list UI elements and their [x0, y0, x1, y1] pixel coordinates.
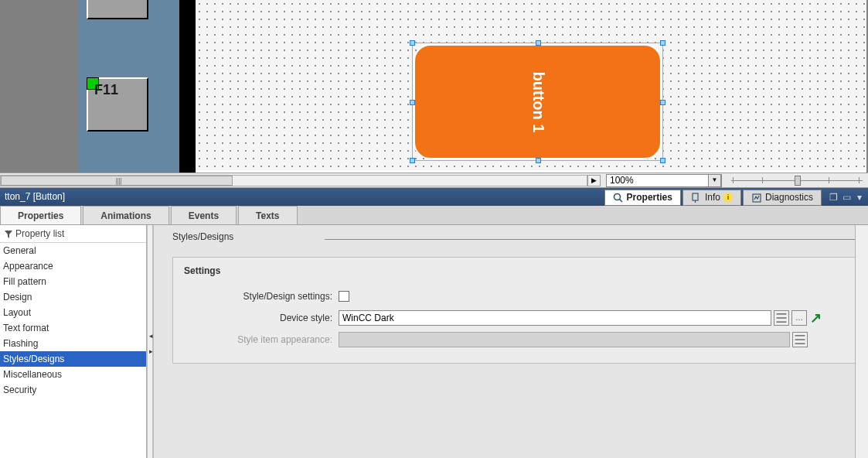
h-scrollbar-right-button[interactable]: ▶: [587, 175, 601, 186]
resize-handle-bl[interactable]: [410, 158, 415, 163]
zoom-slider[interactable]: [731, 176, 863, 186]
label-device-style: Device style:: [184, 313, 339, 323]
inspector-panel-tabs: Properties Info i Diagnostics ❐ ▭ ▾: [604, 188, 865, 206]
subtab-events[interactable]: Events: [171, 206, 237, 224]
subtab-properties[interactable]: Properties: [0, 206, 81, 224]
svg-line-1: [619, 200, 622, 203]
row-device-style: Device style: WinCC Dark … ↗: [184, 307, 846, 329]
magnifier-icon: [613, 192, 624, 203]
design-canvas[interactable]: F9 F11 button 1: [0, 0, 868, 173]
label-style-design-settings: Style/Design settings:: [184, 291, 339, 302]
zoom-value-field[interactable]: 100%: [606, 174, 722, 187]
panel-tab-diagnostics-label: Diagnostics: [765, 189, 813, 207]
settings-group-title: Settings: [184, 265, 846, 276]
property-item-text-format[interactable]: Text format: [0, 320, 146, 336]
zoom-tick: [733, 177, 734, 183]
panel-tab-info-label: Info: [705, 189, 720, 207]
input-style-item-appearance: [339, 332, 790, 347]
filter-icon: [5, 230, 12, 238]
property-item-design[interactable]: Design: [0, 289, 146, 305]
selected-object-label: tton_7 [Button]: [5, 191, 65, 202]
h-scrollbar-thumb[interactable]: [1, 176, 233, 186]
zoom-dropdown-button[interactable]: ▼: [708, 174, 721, 187]
orange-button-label: button 1: [529, 71, 546, 132]
zoom-tick: [859, 177, 859, 183]
device-style-browse-button[interactable]: …: [791, 310, 807, 326]
svg-rect-2: [693, 193, 698, 200]
info-pin-icon: [691, 192, 702, 203]
label-style-item-appearance: Style item appearance:: [184, 334, 339, 345]
canvas-black-strip: [179, 0, 196, 173]
resize-handle-mr[interactable]: [660, 100, 665, 105]
zoom-tick: [829, 177, 829, 183]
canvas-footer-bar: ▶ 100% ▼: [0, 173, 868, 188]
detail-pane-v-scrollbar[interactable]: [855, 225, 868, 458]
property-item-styles-designs[interactable]: Styles/Designs: [0, 351, 146, 367]
collapse-window-icon[interactable]: ▾: [854, 192, 865, 203]
property-item-general[interactable]: General: [0, 243, 146, 258]
resize-handle-tl[interactable]: [410, 40, 415, 46]
selected-object[interactable]: button 1: [412, 43, 663, 161]
subtab-texts[interactable]: Texts: [238, 206, 297, 224]
panel-tab-diagnostics[interactable]: Diagnostics: [743, 190, 822, 206]
resize-handle-tr[interactable]: [660, 40, 665, 46]
inspector-body: Property list GeneralAppearanceFill patt…: [0, 225, 868, 458]
splitter[interactable]: ◂ ▸: [147, 225, 153, 458]
property-item-appearance[interactable]: Appearance: [0, 258, 146, 274]
property-detail-pane: Styles/Designs Settings Style/Design set…: [153, 225, 868, 458]
property-item-security[interactable]: Security: [0, 382, 146, 398]
key-f9[interactable]: F9: [87, 0, 148, 19]
orange-button[interactable]: button 1: [414, 44, 662, 159]
section-title: Styles/Designs: [172, 231, 233, 242]
info-badge-icon: i: [723, 193, 733, 202]
inspector-subtabs: Properties Animations Events Texts: [0, 206, 868, 225]
device-style-goto-icon[interactable]: ↗: [810, 310, 822, 326]
row-style-design-settings: Style/Design settings:: [184, 285, 846, 307]
section-rule: [325, 239, 863, 240]
zoom-slider-knob[interactable]: [795, 176, 801, 186]
resize-handle-ml[interactable]: [410, 100, 415, 105]
inspector-title-bar: tton_7 [Button] Properties Info i Diagno…: [0, 188, 868, 206]
row-style-item-appearance: Style item appearance:: [184, 329, 846, 350]
subtab-animations[interactable]: Animations: [83, 206, 168, 224]
key-f11[interactable]: F11: [87, 77, 148, 132]
device-style-list-button[interactable]: [774, 310, 789, 326]
property-item-miscellaneous[interactable]: Miscellaneous: [0, 367, 146, 382]
panel-tab-properties[interactable]: Properties: [604, 190, 681, 206]
restore-window-icon[interactable]: ❐: [828, 192, 839, 203]
h-scrollbar[interactable]: [0, 175, 587, 186]
style-item-appearance-list-button[interactable]: [792, 332, 808, 347]
maximize-window-icon[interactable]: ▭: [841, 192, 852, 203]
diagnostics-icon: [751, 192, 762, 203]
key-f11-label: F11: [94, 82, 118, 98]
resize-handle-bm[interactable]: [536, 158, 541, 163]
property-list-header[interactable]: Property list: [0, 225, 146, 243]
panel-tab-properties-label: Properties: [627, 189, 672, 207]
settings-group: Settings Style/Design settings: Device s…: [172, 257, 857, 364]
input-device-style[interactable]: WinCC Dark: [339, 310, 771, 326]
checkbox-style-design-settings[interactable]: [339, 291, 349, 302]
property-list-header-label: Property list: [15, 228, 64, 239]
svg-point-0: [614, 194, 620, 200]
h-scrollbar-grip: [116, 178, 122, 185]
resize-handle-br[interactable]: [660, 158, 665, 163]
property-item-layout[interactable]: Layout: [0, 305, 146, 320]
property-item-fill-pattern[interactable]: Fill pattern: [0, 274, 146, 289]
property-item-flashing[interactable]: Flashing: [0, 336, 146, 351]
inspector-window-buttons: ❐ ▭ ▾: [828, 192, 865, 203]
property-list: Property list GeneralAppearanceFill patt…: [0, 225, 147, 458]
zoom-tick: [762, 177, 763, 183]
resize-handle-tm[interactable]: [536, 40, 541, 46]
property-list-items: GeneralAppearanceFill patternDesignLayou…: [0, 243, 146, 398]
panel-tab-info[interactable]: Info i: [682, 190, 741, 206]
